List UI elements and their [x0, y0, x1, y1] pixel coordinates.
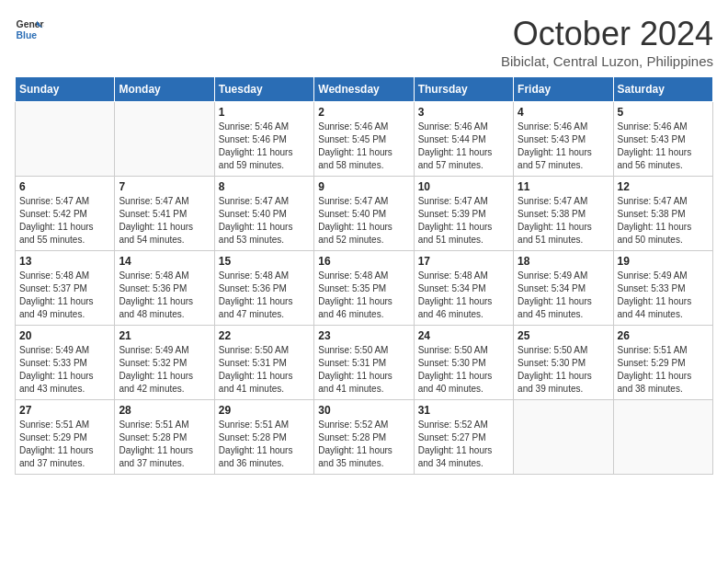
calendar-cell: 15Sunrise: 5:48 AMSunset: 5:36 PMDayligh… — [214, 251, 313, 326]
calendar-cell: 6Sunrise: 5:47 AMSunset: 5:42 PMDaylight… — [16, 177, 115, 251]
calendar-cell: 29Sunrise: 5:51 AMSunset: 5:28 PMDayligh… — [214, 400, 313, 475]
day-number: 15 — [219, 255, 310, 268]
day-info: Sunrise: 5:48 AMSunset: 5:36 PMDaylight:… — [219, 270, 310, 321]
day-info: Sunrise: 5:50 AMSunset: 5:31 PMDaylight:… — [219, 344, 310, 396]
calendar-cell: 20Sunrise: 5:49 AMSunset: 5:33 PMDayligh… — [16, 326, 115, 400]
month-title: October 2024 — [501, 15, 713, 53]
calendar-cell: 8Sunrise: 5:47 AMSunset: 5:40 PMDaylight… — [214, 177, 313, 251]
day-info: Sunrise: 5:46 AMSunset: 5:46 PMDaylight:… — [219, 121, 310, 172]
calendar-cell: 9Sunrise: 5:47 AMSunset: 5:40 PMDaylight… — [314, 177, 414, 251]
day-info: Sunrise: 5:51 AMSunset: 5:28 PMDaylight:… — [119, 419, 210, 470]
day-number: 11 — [518, 180, 609, 193]
day-info: Sunrise: 5:48 AMSunset: 5:37 PMDaylight:… — [19, 270, 110, 321]
day-number: 4 — [518, 106, 609, 119]
day-info: Sunrise: 5:47 AMSunset: 5:38 PMDaylight:… — [618, 195, 709, 247]
calendar-cell: 19Sunrise: 5:49 AMSunset: 5:33 PMDayligh… — [613, 251, 712, 326]
day-number: 24 — [418, 329, 509, 342]
day-info: Sunrise: 5:52 AMSunset: 5:27 PMDaylight:… — [418, 419, 509, 470]
calendar-cell: 22Sunrise: 5:50 AMSunset: 5:31 PMDayligh… — [214, 326, 313, 400]
day-number: 19 — [618, 255, 709, 268]
calendar-week-row: 20Sunrise: 5:49 AMSunset: 5:33 PMDayligh… — [16, 326, 713, 400]
day-number: 8 — [219, 180, 310, 193]
day-number: 18 — [518, 255, 609, 268]
day-info: Sunrise: 5:47 AMSunset: 5:42 PMDaylight:… — [19, 195, 110, 247]
calendar-cell: 12Sunrise: 5:47 AMSunset: 5:38 PMDayligh… — [613, 177, 712, 251]
day-number: 23 — [318, 329, 409, 342]
day-info: Sunrise: 5:47 AMSunset: 5:41 PMDaylight:… — [119, 195, 210, 247]
day-info: Sunrise: 5:51 AMSunset: 5:29 PMDaylight:… — [618, 344, 709, 396]
calendar-cell: 31Sunrise: 5:52 AMSunset: 5:27 PMDayligh… — [414, 400, 513, 475]
day-number: 10 — [418, 180, 509, 193]
day-info: Sunrise: 5:47 AMSunset: 5:38 PMDaylight:… — [518, 195, 609, 247]
day-number: 22 — [219, 329, 310, 342]
column-header-thursday: Thursday — [414, 77, 513, 102]
day-number: 2 — [318, 106, 409, 119]
column-header-sunday: Sunday — [16, 77, 115, 102]
calendar-cell: 1Sunrise: 5:46 AMSunset: 5:46 PMDaylight… — [214, 102, 313, 177]
calendar-cell: 7Sunrise: 5:47 AMSunset: 5:41 PMDaylight… — [115, 177, 214, 251]
logo: General Blue — [15, 15, 44, 44]
day-info: Sunrise: 5:47 AMSunset: 5:39 PMDaylight:… — [418, 195, 509, 247]
day-info: Sunrise: 5:49 AMSunset: 5:33 PMDaylight:… — [19, 344, 110, 396]
day-info: Sunrise: 5:49 AMSunset: 5:33 PMDaylight:… — [618, 270, 709, 321]
day-number: 29 — [219, 404, 310, 417]
calendar-week-row: 1Sunrise: 5:46 AMSunset: 5:46 PMDaylight… — [16, 102, 713, 177]
day-info: Sunrise: 5:46 AMSunset: 5:44 PMDaylight:… — [418, 121, 509, 172]
calendar-cell: 18Sunrise: 5:49 AMSunset: 5:34 PMDayligh… — [514, 251, 613, 326]
day-number: 7 — [119, 180, 210, 193]
calendar-cell: 3Sunrise: 5:46 AMSunset: 5:44 PMDaylight… — [414, 102, 513, 177]
calendar-cell: 25Sunrise: 5:50 AMSunset: 5:30 PMDayligh… — [514, 326, 613, 400]
location-subtitle: Bibiclat, Central Luzon, Philippines — [501, 53, 713, 69]
calendar-cell: 24Sunrise: 5:50 AMSunset: 5:30 PMDayligh… — [414, 326, 513, 400]
calendar-cell — [514, 400, 613, 475]
day-info: Sunrise: 5:47 AMSunset: 5:40 PMDaylight:… — [318, 195, 409, 247]
day-info: Sunrise: 5:47 AMSunset: 5:40 PMDaylight:… — [219, 195, 310, 247]
calendar-cell: 13Sunrise: 5:48 AMSunset: 5:37 PMDayligh… — [16, 251, 115, 326]
day-number: 1 — [219, 106, 310, 119]
day-number: 21 — [119, 329, 210, 342]
calendar-cell — [613, 400, 712, 475]
day-number: 26 — [618, 329, 709, 342]
day-number: 30 — [318, 404, 409, 417]
calendar-cell: 4Sunrise: 5:46 AMSunset: 5:43 PMDaylight… — [514, 102, 613, 177]
day-info: Sunrise: 5:46 AMSunset: 5:43 PMDaylight:… — [618, 121, 709, 172]
day-number: 6 — [19, 180, 110, 193]
calendar-cell: 5Sunrise: 5:46 AMSunset: 5:43 PMDaylight… — [613, 102, 712, 177]
calendar-table: SundayMondayTuesdayWednesdayThursdayFrid… — [15, 76, 713, 475]
column-header-wednesday: Wednesday — [314, 77, 414, 102]
day-info: Sunrise: 5:46 AMSunset: 5:43 PMDaylight:… — [518, 121, 609, 172]
calendar-cell: 27Sunrise: 5:51 AMSunset: 5:29 PMDayligh… — [16, 400, 115, 475]
day-info: Sunrise: 5:49 AMSunset: 5:34 PMDaylight:… — [518, 270, 609, 321]
day-info: Sunrise: 5:48 AMSunset: 5:36 PMDaylight:… — [119, 270, 210, 321]
day-info: Sunrise: 5:46 AMSunset: 5:45 PMDaylight:… — [318, 121, 409, 172]
calendar-cell: 30Sunrise: 5:52 AMSunset: 5:28 PMDayligh… — [314, 400, 414, 475]
day-number: 20 — [19, 329, 110, 342]
day-info: Sunrise: 5:51 AMSunset: 5:28 PMDaylight:… — [219, 419, 310, 470]
column-header-tuesday: Tuesday — [214, 77, 313, 102]
day-number: 3 — [418, 106, 509, 119]
calendar-week-row: 13Sunrise: 5:48 AMSunset: 5:37 PMDayligh… — [16, 251, 713, 326]
calendar-cell: 10Sunrise: 5:47 AMSunset: 5:39 PMDayligh… — [414, 177, 513, 251]
day-info: Sunrise: 5:50 AMSunset: 5:31 PMDaylight:… — [318, 344, 409, 396]
day-number: 13 — [19, 255, 110, 268]
calendar-cell: 14Sunrise: 5:48 AMSunset: 5:36 PMDayligh… — [115, 251, 214, 326]
column-header-saturday: Saturday — [613, 77, 712, 102]
calendar-cell: 26Sunrise: 5:51 AMSunset: 5:29 PMDayligh… — [613, 326, 712, 400]
day-number: 25 — [518, 329, 609, 342]
day-info: Sunrise: 5:51 AMSunset: 5:29 PMDaylight:… — [19, 419, 110, 470]
day-info: Sunrise: 5:49 AMSunset: 5:32 PMDaylight:… — [119, 344, 210, 396]
calendar-cell — [16, 102, 115, 177]
day-number: 17 — [418, 255, 509, 268]
calendar-cell: 11Sunrise: 5:47 AMSunset: 5:38 PMDayligh… — [514, 177, 613, 251]
header: General Blue October 2024 Bibiclat, Cent… — [15, 15, 713, 69]
calendar-cell: 21Sunrise: 5:49 AMSunset: 5:32 PMDayligh… — [115, 326, 214, 400]
calendar-week-row: 6Sunrise: 5:47 AMSunset: 5:42 PMDaylight… — [16, 177, 713, 251]
day-info: Sunrise: 5:48 AMSunset: 5:35 PMDaylight:… — [318, 270, 409, 321]
column-header-friday: Friday — [514, 77, 613, 102]
day-number: 27 — [19, 404, 110, 417]
day-info: Sunrise: 5:50 AMSunset: 5:30 PMDaylight:… — [418, 344, 509, 396]
calendar-cell — [115, 102, 214, 177]
day-number: 14 — [119, 255, 210, 268]
day-info: Sunrise: 5:50 AMSunset: 5:30 PMDaylight:… — [518, 344, 609, 396]
calendar-cell: 16Sunrise: 5:48 AMSunset: 5:35 PMDayligh… — [314, 251, 414, 326]
